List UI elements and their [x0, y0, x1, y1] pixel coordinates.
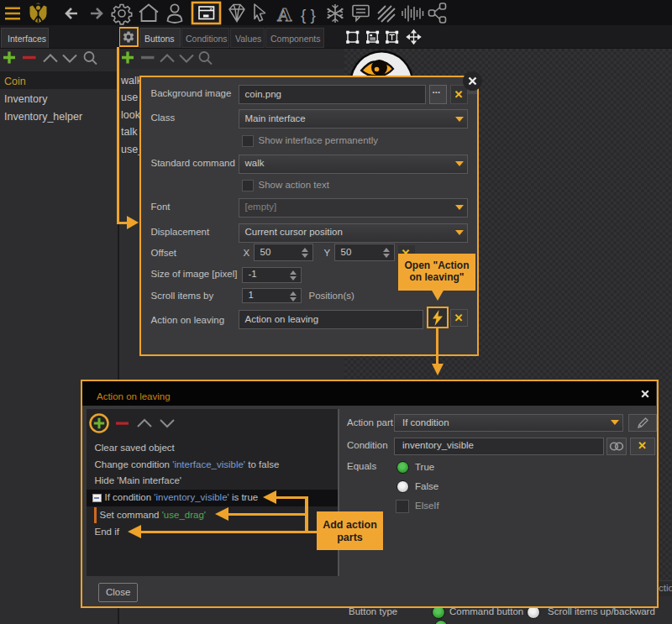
- svg-text:A: A: [277, 3, 292, 25]
- svg-text:{ }: { }: [301, 6, 316, 24]
